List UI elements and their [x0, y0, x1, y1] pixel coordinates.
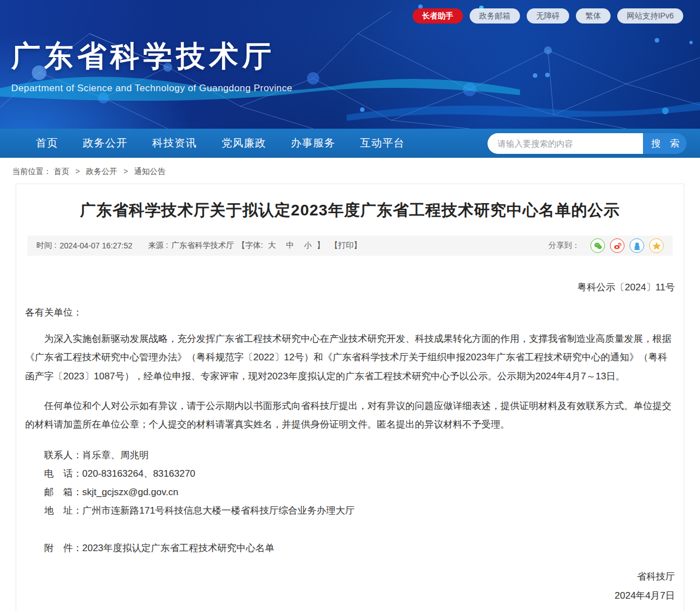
attachment-line: 附 件：2023年度拟认定广东省工程技术研究中心名单	[25, 539, 675, 557]
nav-item-home[interactable]: 首页	[36, 136, 58, 151]
attachment-label: 附 件：	[44, 543, 82, 553]
gov-mail-button[interactable]: 政务邮箱	[470, 8, 520, 24]
qq-share-icon[interactable]	[630, 238, 644, 253]
article-meta-bar: 时间 : 2024-04-07 16:27:52 来源 : 广东省科学技术厅 【…	[27, 236, 673, 256]
breadcrumb-separator: >	[75, 167, 80, 176]
meta-time-value: 2024-04-07 16:27:52	[60, 241, 133, 250]
weibo-share-icon[interactable]	[610, 238, 625, 253]
breadcrumb-gov-info-link[interactable]: 政务公开	[86, 167, 117, 176]
share-label: 分享到：	[548, 241, 580, 251]
font-size-medium-button[interactable]: 中	[286, 241, 294, 251]
signature-block: 省科技厅 2024年4月7日	[25, 567, 675, 605]
article-meta-left: 时间 : 2024-04-07 16:27:52 来源 : 广东省科学技术厅 【…	[36, 241, 361, 251]
contact-person-value: 肖乐章、周兆明	[82, 450, 149, 460]
font-size-label: 【字体:	[238, 241, 263, 251]
site-logo[interactable]: 广东省科学技术厅 Department of Science and Techn…	[11, 37, 292, 94]
nav-item-party-conduct[interactable]: 党风廉政	[221, 136, 266, 151]
contact-email-value: skjt_gcjszx@gd.gov.cn	[82, 487, 178, 497]
font-size-small-button[interactable]: 小	[304, 241, 311, 251]
meta-source-label: 来源 :	[148, 241, 168, 251]
wechat-share-icon[interactable]	[590, 238, 605, 253]
site-title: 广东省科学技术厅	[11, 37, 292, 76]
nav-item-interaction[interactable]: 互动平台	[360, 136, 405, 151]
search-bar: 搜 索	[488, 133, 687, 154]
contact-block: 联系人：肖乐章、周兆明 电 话：020-83163264、83163270 邮 …	[25, 446, 675, 520]
signature-date: 2024年4月7日	[25, 586, 675, 605]
nav-item-gov-info[interactable]: 政务公开	[83, 136, 127, 151]
paragraph: 任何单位和个人对公示如有异议，请于公示期内以书面形式向省科技厅提出，对有异议的问…	[25, 397, 675, 434]
contact-person-line: 联系人：肖乐章、周兆明	[25, 446, 675, 464]
article-container: 广东省科学技术厅关于拟认定2023年度广东省工程技术研究中心名单的公示 时间 :…	[16, 184, 684, 611]
nav-items: 首页 政务公开 科技资讯 党风廉政 办事服务 互动平台	[36, 136, 429, 151]
contact-phone-label: 电 话：	[44, 468, 82, 479]
nav-item-tech-news[interactable]: 科技资讯	[152, 136, 197, 151]
contact-address-label: 地 址：	[44, 505, 82, 516]
contact-email-label: 邮 箱：	[44, 487, 82, 497]
site-subtitle: Department of Science and Technology of …	[11, 83, 292, 94]
elder-assist-button[interactable]: 长者助手	[413, 8, 463, 24]
salutation: 各有关单位：	[25, 303, 675, 322]
traditional-chinese-button[interactable]: 繁体	[576, 8, 611, 24]
ipv6-support-button[interactable]: 网站支持IPv6	[617, 8, 683, 24]
contact-address-line: 地 址：广州市连新路171号科技信息大楼一楼省科技厅综合业务办理大厅	[25, 501, 675, 520]
breadcrumb-separator: >	[124, 167, 128, 176]
signature-org: 省科技厅	[25, 567, 675, 586]
meta-time-label: 时间 :	[36, 241, 56, 251]
print-button[interactable]: 【打印】	[330, 241, 361, 251]
meta-source-value: 广东省科学技术厅	[172, 241, 234, 251]
breadcrumb: 当前位置： 首页 > 政务公开 > 通知公告	[0, 158, 700, 184]
breadcrumb-notices-link[interactable]: 通知公告	[134, 167, 165, 176]
share-bar: 分享到：	[548, 238, 664, 253]
contact-email-line: 邮 箱：skjt_gcjszx@gd.gov.cn	[25, 483, 675, 501]
article-title: 广东省科学技术厅关于拟认定2023年度广东省工程技术研究中心名单的公示	[24, 200, 676, 221]
font-size-label-close: 】	[316, 241, 324, 251]
main-nav: 首页 政务公开 科技资讯 党风廉政 办事服务 互动平台 搜 索	[0, 129, 700, 158]
document-number: 粤科公示〔2024〕11号	[25, 278, 675, 297]
accessibility-button[interactable]: 无障碍	[527, 8, 569, 24]
site-header: 长者助手 政务邮箱 无障碍 繁体 网站支持IPv6 广东省科学技术厅 Depar…	[0, 0, 700, 129]
nav-item-services[interactable]: 办事服务	[291, 136, 335, 151]
font-size-large-button[interactable]: 大	[268, 241, 276, 251]
contact-phone-value: 020-83163264、83163270	[82, 468, 195, 479]
contact-address-value: 广州市连新路171号科技信息大楼一楼省科技厅综合业务办理大厅	[82, 505, 354, 516]
attachment-link[interactable]: 2023年度拟认定广东省工程技术研究中心名单	[82, 543, 275, 553]
qzone-share-icon[interactable]	[649, 238, 664, 253]
search-input[interactable]	[488, 133, 643, 154]
breadcrumb-label: 当前位置：	[12, 167, 51, 176]
contact-phone-line: 电 话：020-83163264、83163270	[25, 464, 675, 483]
search-button[interactable]: 搜 索	[643, 133, 687, 154]
breadcrumb-home-link[interactable]: 首页	[54, 167, 69, 176]
article-body: 粤科公示〔2024〕11号 各有关单位： 为深入实施创新驱动发展战略，充分发挥广…	[24, 278, 676, 605]
paragraph: 为深入实施创新驱动发展战略，充分发挥广东省工程技术研究中心在产业技术研究开发、科…	[25, 330, 675, 385]
quick-links: 长者助手 政务邮箱 无障碍 繁体 网站支持IPv6	[413, 8, 683, 24]
contact-person-label: 联系人：	[44, 450, 82, 460]
